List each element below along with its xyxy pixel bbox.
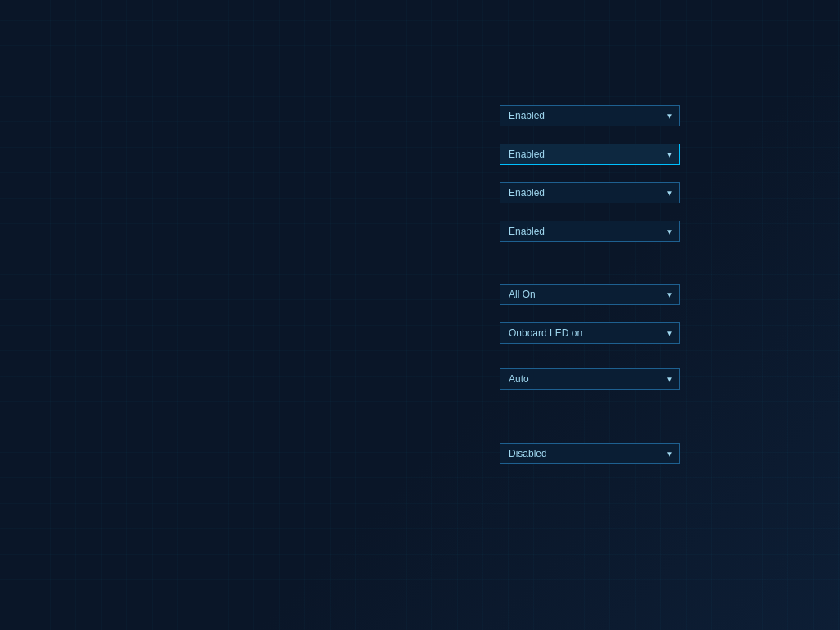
hd-audio-select[interactable]: Enabled Disabled [500, 105, 680, 126]
main-container: /ASUS UEFI BIOS Utility – Advanced Mode … [0, 0, 840, 630]
led-working-select-wrapper: All On All Off ▼ [500, 284, 680, 305]
led-working-select[interactable]: All On All Off [500, 284, 680, 305]
hd-audio-select-wrapper: Enabled Disabled ▼ [500, 105, 680, 126]
gna-device-select-wrapper: Disabled Enabled ▼ [500, 443, 680, 464]
usb-power-select-wrapper: Enabled Disabled ▼ [500, 182, 680, 203]
gna-device-select[interactable]: Disabled Enabled [500, 443, 680, 464]
connectivity-select-wrapper: Enabled Disabled ▼ [500, 221, 680, 242]
m2-config-select[interactable]: Auto SATA Mode PCIE Mode [500, 368, 680, 390]
intel-lan-select-wrapper: Enabled Disabled ▼ [500, 144, 680, 165]
led-sleep-select[interactable]: Onboard LED on Onboard LED off [500, 322, 680, 344]
background [0, 0, 840, 630]
led-sleep-select-wrapper: Onboard LED on Onboard LED off ▼ [500, 322, 680, 344]
usb-power-select[interactable]: Enabled Disabled [500, 182, 680, 203]
m2-config-select-wrapper: Auto SATA Mode PCIE Mode ▼ [500, 368, 680, 390]
intel-lan-select[interactable]: Enabled Disabled [500, 144, 680, 165]
connectivity-select[interactable]: Enabled Disabled [500, 221, 680, 242]
